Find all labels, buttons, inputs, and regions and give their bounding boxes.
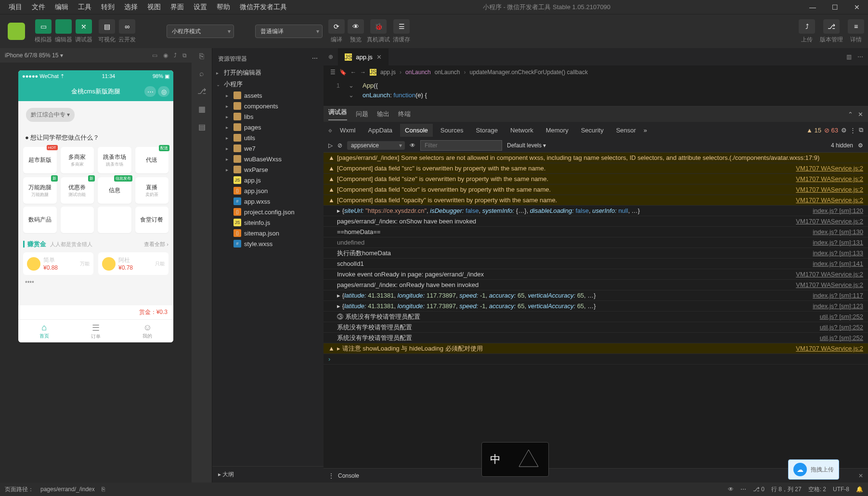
grid-cell[interactable]: 新优惠券测试功能 (61, 177, 94, 204)
close-button[interactable]: ✕ (846, 0, 868, 14)
tabbar-我的[interactable]: ☺我的 (122, 320, 173, 342)
console-row[interactable]: ③ 系统没有学校请管理员配置util.js? [sm]:252 (324, 312, 868, 322)
console-row[interactable]: ▲▸ 请注意 showLoading 与 hideLoading 必须配对使用V… (324, 343, 868, 354)
grid-cell[interactable]: 数码产品 (23, 207, 57, 233)
grid-cell[interactable]: HOT超市新版 (23, 147, 57, 173)
menu-转到[interactable]: 转到 (96, 1, 119, 13)
indent-info[interactable]: 空格: 2 (808, 485, 826, 494)
console-row[interactable]: ▲[Component] data field "size" is overwr… (324, 174, 868, 184)
console-settings-icon[interactable]: ⚙ (858, 142, 863, 149)
console-row[interactable]: 系统没有学校请管理员配置util.js? [sm]:252 (324, 322, 868, 333)
tab-storage[interactable]: Storage (471, 124, 503, 137)
tab-sensor[interactable]: Sensor (611, 124, 641, 137)
mode-select[interactable]: 小程序模式 (167, 25, 234, 38)
toolbar-云开发[interactable]: ∞云开发 (118, 19, 136, 44)
toolbar-详情[interactable]: ≡详情 (848, 19, 864, 44)
tab-wxml[interactable]: Wxml (335, 124, 361, 137)
more-editor-icon[interactable]: ⋯ (857, 53, 863, 60)
crumb-func[interactable]: onLaunch (405, 69, 431, 76)
toggle-icon[interactable]: ☰ (330, 69, 336, 76)
drawer-close-icon[interactable]: ✕ (858, 472, 863, 479)
settings-icon[interactable]: ⚙ (841, 127, 847, 134)
bell-icon[interactable]: 🔔 (856, 486, 863, 493)
toolbar-预览[interactable]: 👁预览 (348, 19, 364, 44)
tab-network[interactable]: Network (505, 124, 538, 137)
toolbar-调试器[interactable]: ⤧调试器 (75, 19, 92, 44)
new-file-icon[interactable]: ⊕ (328, 53, 333, 60)
menu-icon[interactable]: ⋮ (850, 127, 856, 134)
capsule-close-icon[interactable]: ◎ (158, 86, 169, 97)
grid-cell[interactable]: 多商家多商家 (61, 147, 94, 173)
grid-cell[interactable]: 配送代送 (135, 147, 169, 173)
nav-fwd-icon[interactable]: → (360, 69, 366, 76)
nav-back-icon[interactable]: ← (350, 69, 356, 76)
maximize-button[interactable]: ☐ (824, 0, 846, 14)
grid-cell[interactable]: 食堂订餐 (135, 207, 169, 233)
explorer-more-icon[interactable]: ⋯ (312, 55, 318, 63)
user-card[interactable]: 简单¥0.88万能 (23, 252, 93, 275)
toolbar-真机调试[interactable]: 🐞真机调试 (367, 19, 390, 44)
eye-icon[interactable]: 👁 (728, 486, 734, 493)
snippet-icon[interactable]: ▤ (198, 122, 206, 131)
tab-security[interactable]: Security (576, 124, 609, 137)
cloud-upload-widget[interactable]: ☁ 拖拽上传 (788, 459, 839, 480)
tree-app.js[interactable]: JSapp.js (215, 175, 324, 185)
more-tabs-icon[interactable]: » (644, 127, 647, 134)
tab-problems[interactable]: 问题 (356, 110, 368, 118)
ime-widget[interactable]: 中 (481, 442, 549, 477)
toolbar-可视化[interactable]: ▤可视化 (98, 19, 116, 44)
compile-select[interactable]: 普通编译 (255, 25, 323, 38)
error-count[interactable]: ⊘ 63 (824, 127, 838, 134)
console-row[interactable]: 系统没有学校请管理员配置util.js? [sm]:252 (324, 333, 868, 343)
capsule-menu-icon[interactable]: ⋯ (144, 86, 156, 97)
toolbar-上传[interactable]: ⤴上传 (799, 19, 815, 44)
grid-cell[interactable] (98, 207, 131, 233)
close-devtools-icon[interactable]: ✕ (858, 111, 863, 118)
copy-icon[interactable]: ⎘ (102, 486, 105, 493)
menu-设置[interactable]: 设置 (189, 1, 212, 13)
tabbar-订单[interactable]: ☰订单 (70, 320, 121, 342)
search-icon[interactable]: ⌕ (199, 69, 204, 78)
popout-icon[interactable]: ⧉ (182, 52, 187, 59)
console-row[interactable]: 执行函数homeDataindex.js? [sm]:133 (324, 248, 868, 259)
warning-count[interactable]: ▲ 15 (806, 127, 821, 134)
device-rotate-icon[interactable]: ▭ (152, 52, 157, 59)
route-path[interactable]: pages/errand/_/index (40, 486, 95, 493)
git-icon[interactable]: ⎇ (197, 87, 206, 96)
menu-文件[interactable]: 文件 (27, 1, 50, 13)
eye-icon[interactable]: 👁 (410, 142, 415, 149)
school-tag[interactable]: 黔江综合中专 ▾ (26, 108, 75, 122)
console-row[interactable]: ▸ {latitude: 41.31381, longitude: 117.73… (324, 301, 868, 312)
tree-wuBaseWxss[interactable]: ▸wuBaseWxss (215, 154, 324, 164)
tree-app.wxss[interactable]: #app.wxss (215, 196, 324, 207)
bookmark-icon[interactable]: 🔖 (339, 69, 347, 76)
tree-pages[interactable]: ▸pages (215, 122, 324, 132)
clear-console-icon[interactable]: ⊘ (337, 142, 342, 149)
console-row[interactable]: ▲[Component] data field "opacity" is ove… (324, 195, 868, 206)
menu-选择[interactable]: 选择 (119, 1, 143, 13)
toolbar-模拟器[interactable]: ▭模拟器 (35, 19, 52, 44)
inspect-icon[interactable]: ⟐ (328, 127, 332, 134)
drawer-tab-console[interactable]: Console (338, 472, 359, 479)
toolbar-版本管理[interactable]: ⎇版本管理 (820, 19, 843, 44)
tree-project.config.json[interactable]: {}project.config.json (215, 207, 324, 217)
grid-cell[interactable]: 跳蚤市场跳蚤市场 (98, 147, 131, 173)
tab-output[interactable]: 输出 (377, 110, 389, 118)
tree-we7[interactable]: ▸we7 (215, 143, 324, 154)
menu-帮助[interactable]: 帮助 (212, 1, 235, 13)
grid-cell[interactable] (61, 207, 94, 233)
tree-wxParse[interactable]: ▸wxParse (215, 164, 324, 175)
toolbar-编译[interactable]: ⟳编译 (328, 19, 345, 44)
menu-工具[interactable]: 工具 (73, 1, 96, 13)
tab-sources[interactable]: Sources (436, 124, 468, 137)
collapse-icon[interactable]: ⌃ (848, 111, 853, 118)
drawer-menu-icon[interactable]: ⋮ (328, 472, 334, 479)
tree-siteinfo.js[interactable]: JSsiteinfo.js (215, 217, 324, 228)
tab-app-js[interactable]: JS app.js ✕ (338, 48, 389, 65)
explorer-icon[interactable]: ⎘ (199, 52, 204, 61)
tree-libs[interactable]: ▸libs (215, 111, 324, 122)
menu-编辑[interactable]: 编辑 (50, 1, 73, 13)
console-row[interactable]: schoolId1index.js? [sm]:141 (324, 259, 868, 269)
tree-assets[interactable]: ▸assets (215, 90, 324, 101)
console-row[interactable]: pages/errand/_/index: onShow have been i… (324, 216, 868, 227)
